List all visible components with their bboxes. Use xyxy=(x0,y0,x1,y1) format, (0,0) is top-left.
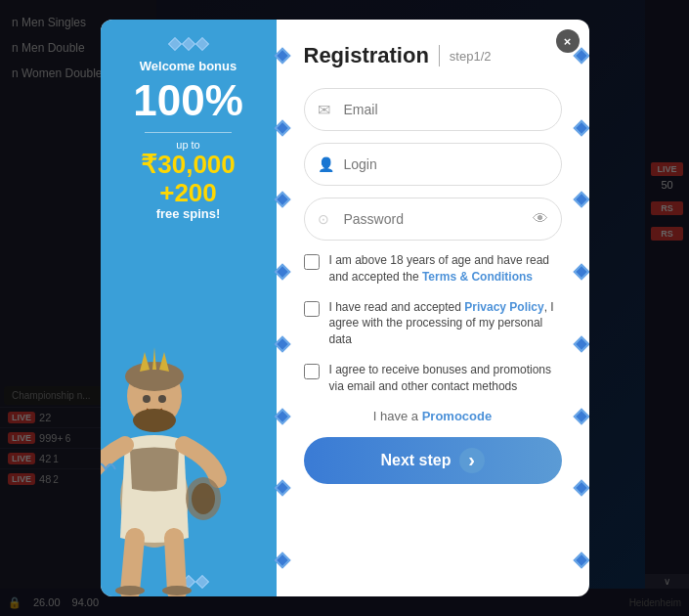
checkbox-promotions-label: I agree to receive bonuses and promotion… xyxy=(329,362,562,395)
email-icon: ✉ xyxy=(318,101,330,119)
promo-line: I have a Promocode xyxy=(304,409,562,423)
svg-marker-4 xyxy=(152,347,156,370)
svg-point-8 xyxy=(133,409,176,432)
bonus-percent: 100% xyxy=(133,79,243,122)
bonus-amount: ₹30,000 xyxy=(141,151,236,179)
registration-step: step1/2 xyxy=(450,49,492,64)
login-input-group: 👤 xyxy=(304,143,562,186)
svg-point-14 xyxy=(162,586,192,595)
god-character-svg xyxy=(101,225,257,596)
password-input-group: ⊙ 👁 xyxy=(304,198,562,241)
login-field[interactable] xyxy=(304,143,562,186)
svg-point-7 xyxy=(158,395,166,403)
bonus-panel: Welcome bonus 100% up to ₹30,000 +200 fr… xyxy=(101,20,277,596)
bonus-title: Welcome bonus xyxy=(140,59,237,73)
chevron-right-icon: › xyxy=(459,448,485,473)
form-panel: Registration step1/2 ✉ 👤 ⊙ 👁 I am above … xyxy=(277,20,589,596)
header-divider xyxy=(439,45,440,66)
registration-title: Registration xyxy=(304,43,429,68)
promocode-link[interactable]: Promocode xyxy=(422,409,493,423)
email-field[interactable] xyxy=(304,88,562,131)
password-field[interactable] xyxy=(304,198,562,241)
svg-point-13 xyxy=(115,586,145,595)
svg-marker-5 xyxy=(159,352,169,372)
bonus-free-spins: free spins! xyxy=(156,206,221,221)
checkbox-age-label: I am above 18 years of age and have read… xyxy=(329,252,562,286)
privacy-policy-link[interactable]: Privacy Policy xyxy=(464,300,543,314)
svg-point-6 xyxy=(143,395,151,403)
checkbox-promotions-input[interactable] xyxy=(304,364,320,379)
user-icon: 👤 xyxy=(318,156,334,172)
checkbox-privacy: I have read and accepted Privacy Policy,… xyxy=(304,299,562,348)
registration-modal: × Welcome bonus 100% up to ₹30,000 +200 … xyxy=(101,20,589,596)
svg-marker-3 xyxy=(140,352,150,372)
close-button[interactable]: × xyxy=(556,29,580,53)
next-step-button[interactable]: Next step › xyxy=(304,437,562,484)
email-input-group: ✉ xyxy=(304,88,562,131)
registration-header: Registration step1/2 xyxy=(304,43,562,68)
checkbox-age-terms: I am above 18 years of age and have read… xyxy=(304,252,562,286)
checkbox-privacy-label: I have read and accepted Privacy Policy,… xyxy=(329,299,562,348)
checkbox-privacy-input[interactable] xyxy=(304,301,320,317)
bonus-divider xyxy=(145,132,232,133)
checkbox-age-input[interactable] xyxy=(304,254,320,270)
bonus-plus-spins: +200 xyxy=(159,179,217,207)
svg-point-16 xyxy=(192,483,215,514)
eye-icon[interactable]: 👁 xyxy=(533,210,548,228)
fingerprint-icon: ⊙ xyxy=(318,211,329,227)
checkbox-promotions: I agree to receive bonuses and promotion… xyxy=(304,362,562,395)
terms-conditions-link[interactable]: Terms & Conditions xyxy=(422,270,533,284)
